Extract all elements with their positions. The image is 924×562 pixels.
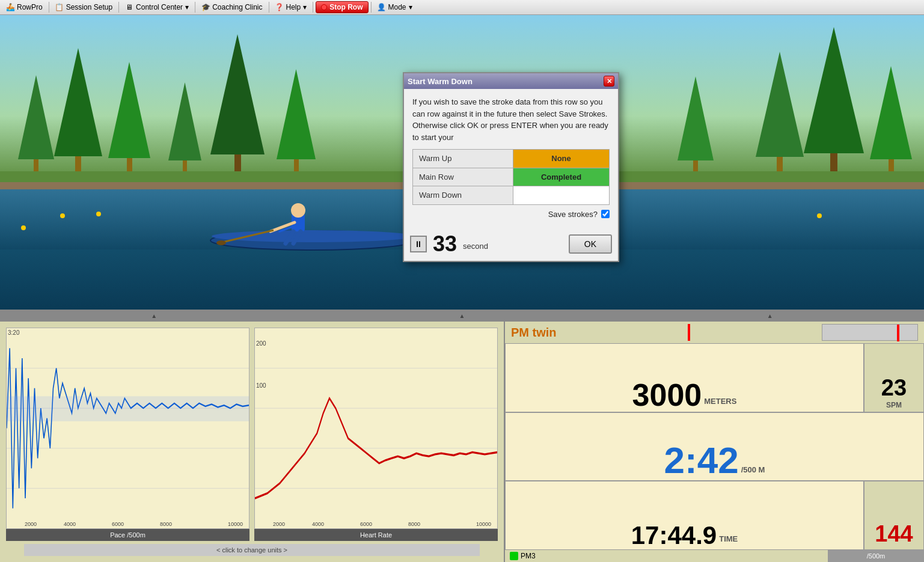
- stop-dot-icon: [321, 4, 327, 10]
- buoy: [817, 213, 822, 218]
- menu-coaching-clinic[interactable]: 🎓 Coaching Clinic: [198, 2, 266, 13]
- x-tick: 10000: [476, 521, 491, 527]
- charts-panel: 3:20: [0, 322, 505, 562]
- pause-button[interactable]: ⏸: [410, 236, 427, 252]
- pm3-dot-icon: [510, 552, 518, 560]
- save-warm-down-dialog: Start Warm Down ✕ If you wish to save th…: [403, 72, 619, 262]
- buoy: [21, 225, 26, 230]
- svg-point-3: [291, 203, 305, 218]
- timer-value: 33: [433, 233, 457, 255]
- control-icon: 🖥: [125, 3, 133, 11]
- warm-up-status: None: [513, 150, 610, 168]
- pm-bar-area: [563, 324, 816, 341]
- time-unit: TIME: [717, 534, 738, 548]
- coaching-icon: 🎓: [201, 3, 210, 11]
- menu-help[interactable]: ❓ Help ▾: [272, 2, 311, 13]
- collapse-arrow-2[interactable]: ▲: [459, 313, 465, 319]
- svg-point-7: [216, 240, 226, 245]
- y-axis-label-pace: 3:20: [8, 329, 19, 336]
- rowpro-icon: 🚣: [6, 3, 14, 11]
- separator: [371, 2, 372, 13]
- menu-mode[interactable]: 👤 Mode ▾: [374, 2, 416, 13]
- pace-cell: 2:42 /500 M: [505, 412, 924, 481]
- pm-title: PM twin: [511, 326, 557, 340]
- menu-control-center[interactable]: 🖥 Control Center ▾: [121, 2, 192, 13]
- pm-red-bar: [688, 324, 690, 341]
- collapse-arrow-3[interactable]: ▲: [767, 313, 773, 319]
- pm-footer: PM3 /500m: [505, 550, 924, 562]
- separator: [118, 2, 119, 13]
- x-tick: 4000: [64, 521, 76, 527]
- time-cell: 17:44.9 TIME: [505, 481, 864, 550]
- x-tick: 8000: [408, 521, 420, 527]
- menu-session-setup[interactable]: 📋 Session Setup: [52, 2, 116, 13]
- per500-button[interactable]: /500m: [828, 550, 924, 562]
- pm-bar-indicator: [897, 325, 899, 341]
- dialog-body-text: If you wish to save the stroke data from…: [412, 97, 608, 142]
- y-axis-200: 200: [256, 340, 266, 347]
- hr-chart: 200 100 2000 4000 600: [254, 328, 498, 529]
- dialog-status-table: Warm Up None Main Row Completed Warm Dow…: [412, 149, 610, 205]
- svg-point-1: [212, 230, 414, 242]
- hr-chart-label[interactable]: Heart Rate: [254, 529, 498, 541]
- collapse-bar: ▲ ▲ ▲: [0, 310, 924, 322]
- save-strokes-row: Save strokes?: [412, 209, 610, 221]
- collapse-arrow-1[interactable]: ▲: [151, 313, 157, 319]
- pace-unit: /500 M: [739, 465, 765, 479]
- pace-chart: 3:20: [6, 328, 249, 529]
- tree: [804, 27, 864, 171]
- session-icon: 📋: [55, 3, 64, 11]
- spm-cell: 23 SPM: [864, 343, 924, 412]
- x-tick: 2000: [273, 521, 285, 527]
- hr-cell: 144: [864, 481, 924, 550]
- meters-cell: 3000 METERS: [505, 343, 864, 412]
- x-tick: 4000: [312, 521, 324, 527]
- dialog-footer: ⏸ 33 second OK: [404, 230, 618, 261]
- meters-value: 3000: [632, 379, 702, 411]
- x-tick: 10000: [228, 521, 243, 527]
- warm-up-label: Warm Up: [413, 150, 513, 168]
- panels-row: 3:20: [0, 322, 924, 562]
- y-axis-100: 100: [256, 382, 266, 389]
- scene-area: Start Warm Down ✕ If you wish to save th…: [0, 15, 924, 310]
- spm-unit: SPM: [886, 401, 902, 409]
- tree: [678, 76, 714, 171]
- chart-bottom-labels: < click to change units >: [6, 544, 498, 556]
- dialog-close-button[interactable]: ✕: [604, 76, 614, 87]
- ok-button[interactable]: OK: [569, 234, 612, 254]
- pm3-label: PM3: [521, 552, 536, 560]
- table-row: Warm Up None: [413, 150, 610, 168]
- mode-icon: 👤: [378, 3, 386, 11]
- tree: [870, 66, 912, 171]
- x-tick: 6000: [112, 521, 124, 527]
- click-to-change[interactable]: < click to change units >: [24, 544, 480, 556]
- warm-down-status: [513, 186, 610, 205]
- hr-value: 144: [875, 521, 913, 547]
- menu-rowpro[interactable]: 🚣 RowPro: [2, 2, 46, 13]
- pm-metrics-grid: 3000 METERS 23 SPM 2:42 /500 M 17:44.9: [505, 343, 924, 550]
- stop-row-button[interactable]: Stop Row: [316, 1, 368, 13]
- main-row-status: Completed: [513, 168, 610, 186]
- pace-chart-svg: [7, 328, 249, 528]
- hr-chart-svg: [255, 328, 497, 528]
- tree: [108, 62, 150, 171]
- meters-unit: METERS: [702, 397, 736, 411]
- tree: [277, 69, 316, 171]
- main-row-label: Main Row: [413, 168, 513, 186]
- separator: [269, 2, 269, 13]
- pm-footer-left: PM3: [505, 550, 828, 562]
- svg-rect-14: [7, 396, 249, 421]
- pace-chart-label[interactable]: Pace /500m: [6, 529, 249, 541]
- x-tick: 6000: [360, 521, 372, 527]
- separator: [195, 2, 195, 13]
- dialog-title: Start Warm Down: [408, 77, 473, 86]
- save-strokes-checkbox[interactable]: [601, 210, 610, 218]
- tree: [210, 34, 265, 171]
- table-row: Main Row Completed: [413, 168, 610, 186]
- charts-container: 3:20: [6, 328, 498, 541]
- dialog-titlebar: Start Warm Down ✕: [404, 73, 618, 89]
- tree: [168, 82, 201, 171]
- buoy: [60, 213, 65, 218]
- time-value: 17:44.9: [631, 523, 717, 548]
- hr-chart-container: 200 100 2000 4000 600: [254, 328, 498, 541]
